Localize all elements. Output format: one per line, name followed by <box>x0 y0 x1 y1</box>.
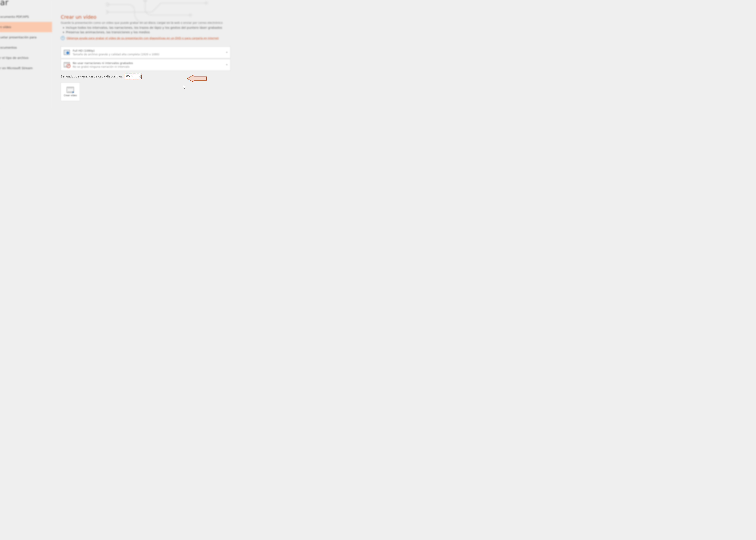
narration-subtitle: No se grabó ninguna narración ni interva… <box>73 65 133 68</box>
no-narration-icon <box>64 62 70 68</box>
duration-value: 05,00 <box>125 74 139 79</box>
highlight-arrow-icon <box>187 74 207 83</box>
narration-dropdown[interactable]: No usar narraciones ni intervalos grabad… <box>61 59 231 70</box>
sidebar-item-label: r en Microsoft Stream <box>0 66 33 70</box>
sidebar-item-label: r el tipo de archivo <box>0 56 28 60</box>
film-export-icon <box>67 87 74 93</box>
help-link[interactable]: Obtenga ayuda para grabar el vídeo de su… <box>67 37 219 40</box>
section-title: Crear un vídeo <box>61 14 231 20</box>
quality-title: Full HD (1080p) <box>73 49 159 52</box>
sidebar-item-documents[interactable]: ocumentos <box>0 43 51 53</box>
sidebar-item-pdf-xps[interactable]: ocumento PDF/XPS <box>0 12 51 22</box>
sidebar-item-label: n vídeo <box>0 25 11 29</box>
feature-bullet: Incluye todos los intervalos, las narrac… <box>66 26 231 30</box>
sidebar-item-microsoft-stream[interactable]: r en Microsoft Stream <box>0 63 51 73</box>
monitor-icon <box>64 49 70 56</box>
spin-buttons: ▲ ▼ <box>139 74 141 79</box>
feature-bullet-list: Incluye todos los intervalos, las narrac… <box>61 26 231 34</box>
quality-subtitle: Tamaño de archivo grande y calidad alta … <box>73 53 159 56</box>
chevron-down-icon <box>226 65 228 65</box>
svg-marker-5 <box>187 75 207 82</box>
create-video-button[interactable]: Crear vídeo <box>61 82 80 101</box>
spin-up-button[interactable]: ▲ <box>139 74 141 76</box>
sidebar-item-label: ocumentos <box>0 46 17 50</box>
svg-marker-6 <box>183 85 186 89</box>
video-quality-dropdown[interactable]: Full HD (1080p) Tamaño de archivo grande… <box>61 47 231 58</box>
chevron-down-icon <box>226 52 228 53</box>
sidebar-item-label: ocumento PDF/XPS <box>0 15 29 19</box>
sidebar-item-create-video[interactable]: n vídeo <box>0 22 52 32</box>
export-sidebar: ar ocumento PDF/XPS n vídeo uetar presen… <box>0 0 51 109</box>
sidebar-item-label: uetar presentación para <box>0 36 37 39</box>
duration-label: Segundos de duración de cada diapositiva… <box>61 75 123 78</box>
sidebar-item-package-presentation[interactable]: uetar presentación para <box>0 32 51 43</box>
intro-text: Guarde la presentación como un vídeo que… <box>61 21 231 24</box>
narration-title: No usar narraciones ni intervalos grabad… <box>73 62 133 65</box>
export-content-panel: Crear un vídeo Guarde la presentación co… <box>51 0 236 109</box>
sidebar-item-change-file-type[interactable]: r el tipo de archivo <box>0 53 51 63</box>
duration-spinbox[interactable]: 05,00 ▲ ▼ <box>124 73 142 79</box>
page-title-partial: ar <box>0 0 51 7</box>
help-icon: ? <box>61 36 65 40</box>
feature-bullet: Preserva las animaciones, las transicion… <box>66 30 231 34</box>
spin-down-button[interactable]: ▼ <box>139 76 141 79</box>
mouse-cursor-icon <box>183 85 186 89</box>
create-video-label: Crear vídeo <box>64 94 77 97</box>
